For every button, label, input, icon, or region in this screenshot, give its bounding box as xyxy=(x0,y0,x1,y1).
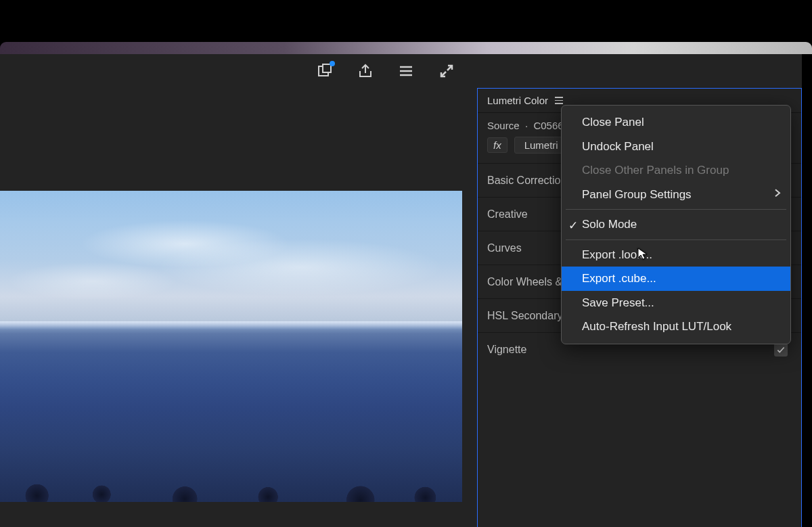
workspace-menu-icon[interactable] xyxy=(397,62,415,80)
menu-item-label: Solo Mode xyxy=(582,218,637,231)
source-prefix: Source xyxy=(487,120,520,131)
section-label: Basic Correction xyxy=(487,175,566,187)
window-titlebar xyxy=(0,42,812,54)
quick-export-icon[interactable] xyxy=(316,62,334,80)
section-enable-checkbox[interactable] xyxy=(774,343,788,357)
menu-item-auto-refresh-lut[interactable]: Auto-Refresh Input LUT/Look xyxy=(562,315,790,339)
menu-item-panel-group-settings[interactable]: Panel Group Settings xyxy=(562,183,790,207)
section-label: Creative xyxy=(487,208,528,221)
share-icon[interactable] xyxy=(357,62,374,80)
section-label: Color Wheels & xyxy=(487,276,562,288)
section-label: Curves xyxy=(487,242,522,254)
checkmark-icon: ✓ xyxy=(568,217,578,235)
top-toolbar xyxy=(316,54,477,88)
menu-separator xyxy=(566,239,786,240)
notification-dot-icon xyxy=(330,61,335,66)
menu-item-export-look[interactable]: Export .look... xyxy=(562,243,790,267)
effect-selector[interactable]: Lumetri xyxy=(514,137,568,154)
section-label: HSL Secondary xyxy=(487,310,562,322)
menu-item-save-preset[interactable]: Save Preset... xyxy=(562,291,790,315)
menu-item-undock-panel[interactable]: Undock Panel xyxy=(562,135,790,159)
menu-separator xyxy=(566,209,786,210)
menu-item-label: Panel Group Settings xyxy=(582,188,692,201)
menu-item-solo-mode[interactable]: ✓ Solo Mode xyxy=(562,212,790,237)
panel-context-menu: Close Panel Undock Panel Close Other Pan… xyxy=(561,105,791,344)
fullscreen-icon[interactable] xyxy=(438,62,455,80)
panel-title: Lumetri Color xyxy=(487,95,548,106)
section-label: Vignette xyxy=(487,344,526,356)
fx-toggle-icon[interactable]: fx xyxy=(487,137,508,153)
program-monitor-preview xyxy=(0,191,462,502)
menu-item-close-panel[interactable]: Close Panel xyxy=(562,110,790,135)
preview-area xyxy=(0,54,477,527)
menu-item-export-cube[interactable]: Export .cube... xyxy=(562,267,790,291)
submenu-arrow-icon xyxy=(774,186,781,204)
menu-item-close-others: Close Other Panels in Group xyxy=(562,158,790,183)
panel-menu-icon[interactable] xyxy=(555,97,563,104)
